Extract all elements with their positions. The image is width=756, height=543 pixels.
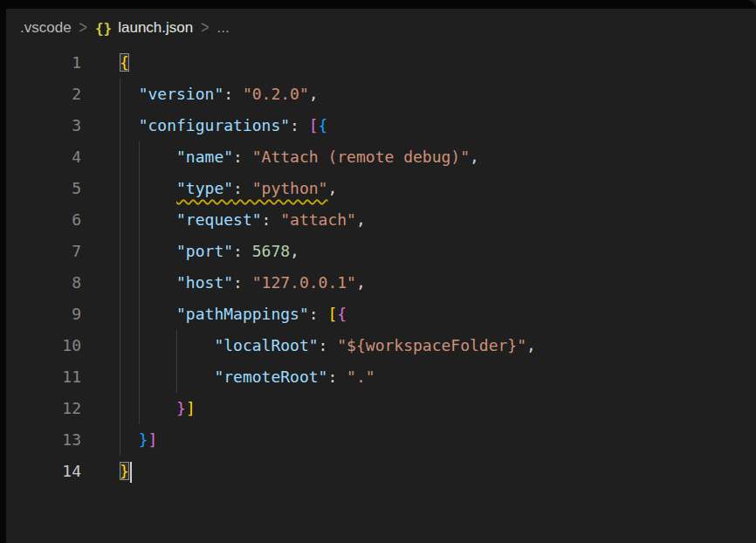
code-token: "type" xyxy=(176,179,233,197)
line-number[interactable]: 14 xyxy=(6,456,81,487)
code-line[interactable]: 12 }] xyxy=(6,393,756,424)
code-line[interactable]: 9 "pathMappings": [{ xyxy=(6,299,756,330)
code-text: } xyxy=(120,456,756,487)
line-number[interactable]: 12 xyxy=(6,393,81,424)
code-token: "attach" xyxy=(280,210,356,229)
chevron-right-icon: > xyxy=(201,18,209,38)
line-number[interactable]: 11 xyxy=(6,361,81,393)
code-token: "127.0.0.1" xyxy=(252,273,356,292)
window-left-edge xyxy=(0,0,6,543)
code-line[interactable]: 6 "request": "attach", xyxy=(6,204,756,236)
code-text: "remoteRoot": "." xyxy=(120,361,756,393)
code-token: "0.2.0" xyxy=(243,85,309,103)
code-token: : xyxy=(233,273,252,292)
breadcrumb-item-symbols[interactable]: ... xyxy=(217,19,230,37)
text-cursor xyxy=(130,462,132,483)
code-line[interactable]: 2 "version": "0.2.0", xyxy=(6,79,756,110)
code-text: }] xyxy=(120,424,756,456)
code-token: [ xyxy=(309,116,319,134)
indent-guide xyxy=(120,204,120,236)
line-number[interactable]: 2 xyxy=(6,79,81,110)
code-token: [ xyxy=(327,305,337,323)
indentation xyxy=(120,85,139,103)
indentation xyxy=(120,116,139,134)
indent-guide xyxy=(139,173,140,204)
indent-guide xyxy=(139,236,140,267)
line-number[interactable]: 10 xyxy=(6,330,81,361)
line-number[interactable]: 4 xyxy=(6,141,81,173)
code-token: "port" xyxy=(176,242,233,260)
line-number[interactable]: 7 xyxy=(6,236,81,267)
code-token: : xyxy=(223,85,243,103)
code-token: ] xyxy=(186,399,196,417)
code-token: "pathMappings" xyxy=(176,305,309,323)
code-token: "${workspaceFolder}" xyxy=(337,336,526,354)
indentation xyxy=(120,210,176,229)
code-token: } xyxy=(176,399,186,417)
code-token: "name" xyxy=(176,148,233,166)
code-text: "type": "python", xyxy=(120,173,756,204)
code-token: : xyxy=(233,179,252,197)
json-braces-icon: {} xyxy=(95,20,112,37)
indent-guide xyxy=(120,79,120,110)
code-token: } xyxy=(120,462,129,480)
indent-guide xyxy=(120,173,120,204)
indentation xyxy=(120,430,139,449)
indentation xyxy=(120,148,176,166)
indent-guide xyxy=(120,393,120,424)
indent-guide xyxy=(120,361,120,393)
code-token: "configurations" xyxy=(139,116,290,134)
indent-guide xyxy=(120,424,120,456)
line-number[interactable]: 3 xyxy=(6,110,81,141)
code-token: "Attach (remote debug)" xyxy=(252,148,470,166)
code-line[interactable]: 13 }] xyxy=(6,424,756,456)
code-token: "version" xyxy=(139,85,224,103)
indentation xyxy=(120,336,214,354)
indent-guide xyxy=(120,299,120,330)
code-token: , xyxy=(290,242,299,260)
code-text: "localRoot": "${workspaceFolder}", xyxy=(120,330,756,361)
indent-guide xyxy=(176,330,177,361)
indent-guide xyxy=(139,141,140,173)
line-number[interactable]: 13 xyxy=(6,424,81,456)
code-token: , xyxy=(470,148,479,166)
line-number[interactable]: 5 xyxy=(6,173,81,204)
line-number[interactable]: 6 xyxy=(6,204,81,236)
code-line[interactable]: 11 "remoteRoot": "." xyxy=(6,361,756,393)
indentation xyxy=(120,399,176,417)
code-token: "localRoot" xyxy=(214,336,318,354)
code-token: , xyxy=(526,336,536,354)
code-token: : xyxy=(233,148,252,166)
code-line[interactable]: 8 "host": "127.0.0.1", xyxy=(6,267,756,299)
code-line[interactable]: 3 "configurations": [{ xyxy=(6,110,756,141)
code-token: , xyxy=(309,85,319,103)
code-token: : xyxy=(309,305,328,323)
code-token: "host" xyxy=(176,273,233,292)
code-text: "name": "Attach (remote debug)", xyxy=(120,141,756,173)
indent-guide xyxy=(139,393,140,424)
code-token: : xyxy=(290,116,309,134)
code-token: "python" xyxy=(252,179,328,197)
code-text: "version": "0.2.0", xyxy=(120,79,756,110)
code-token: "remoteRoot" xyxy=(214,368,327,386)
code-line[interactable]: 4 "name": "Attach (remote debug)", xyxy=(6,141,756,173)
code-token: , xyxy=(356,273,366,292)
code-token: : xyxy=(262,210,281,229)
code-line[interactable]: 1{ xyxy=(6,47,756,79)
breadcrumb-item-vscode[interactable]: .vscode xyxy=(20,19,72,37)
indent-guide xyxy=(120,267,120,299)
indent-guide xyxy=(120,141,120,173)
line-number[interactable]: 1 xyxy=(6,47,81,79)
code-token: : xyxy=(327,368,347,386)
code-token: { xyxy=(120,53,129,72)
code-line[interactable]: 5 "type": "python", xyxy=(6,173,756,204)
code-token: : xyxy=(319,336,338,354)
indent-guide xyxy=(139,267,140,299)
code-token: : xyxy=(233,242,252,260)
code-line[interactable]: 10 "localRoot": "${workspaceFolder}", xyxy=(6,330,756,361)
line-number[interactable]: 9 xyxy=(6,299,81,330)
code-line[interactable]: 7 "port": 5678, xyxy=(6,236,756,267)
code-line[interactable]: 14} xyxy=(6,456,756,487)
breadcrumb-item-file[interactable]: launch.json xyxy=(118,19,193,37)
line-number[interactable]: 8 xyxy=(6,267,81,299)
